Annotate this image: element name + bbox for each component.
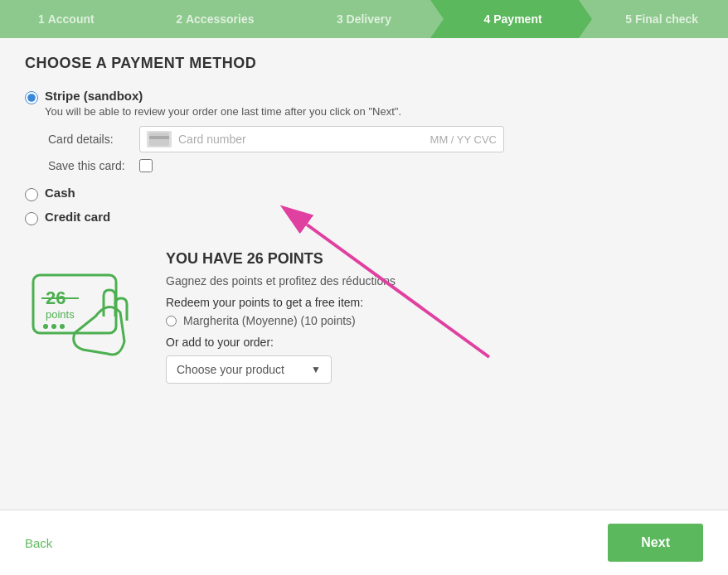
content-area: CHOOSE A PAYMENT METHOD Stripe (sandbox)… [0,38,728,535]
step-label: Payment [493,12,541,26]
svg-text:points: points [46,308,75,321]
points-title: YOU HAVE 26 POINTS [166,250,703,268]
stripe-label[interactable]: Stripe (sandbox) [45,89,143,103]
step-delivery[interactable]: 3 Delivery [281,0,430,38]
step-label: Final check [635,12,698,26]
creditcard-radio[interactable] [25,212,38,225]
svg-point-9 [60,324,65,329]
product-dropdown[interactable]: Choose your product ▼ [166,355,332,384]
step-number: 4 [484,12,491,26]
step-number: 5 [625,12,632,26]
points-section: 26 points YOU HAVE 26 POINTS Gagnez des … [25,250,703,384]
step-payment[interactable]: 4 Payment [430,0,580,38]
cash-radio[interactable] [25,188,38,201]
step-accessories[interactable]: 2 Accessories [133,0,282,38]
payment-option-stripe: Stripe (sandbox) You will be able to rev… [25,89,703,118]
back-link[interactable]: Back [25,536,52,550]
svg-rect-1 [149,136,169,139]
stripe-radio[interactable] [25,91,38,104]
step-number: 2 [176,12,182,26]
stripe-subtext: You will be able to review your order on… [45,105,401,118]
step-label: Delivery [347,12,391,26]
save-card-label: Save this card: [48,159,139,172]
chevron-down-icon: ▼ [311,364,321,375]
card-details-label: Card details: [48,133,139,146]
margherita-label[interactable]: Margherita (Moyenne) (10 points) [183,314,356,327]
product-dropdown-label: Choose your product [177,363,284,376]
card-input-area[interactable]: Card number MM / YY CVC [139,126,504,152]
next-button[interactable]: Next [608,524,703,562]
cash-label[interactable]: Cash [45,186,75,200]
margherita-radio[interactable] [166,316,177,326]
points-card-icon: 26 points [25,250,141,366]
svg-point-7 [43,324,48,329]
save-card-checkbox[interactable] [139,159,153,172]
save-card-row: Save this card: [48,159,703,172]
step-label: Accessories [186,12,255,26]
stepper: 1 Account 2 Accessories 3 Delivery 4 Pay… [0,0,728,38]
step-account[interactable]: 1 Account [0,0,133,38]
payment-methods: Stripe (sandbox) You will be able to rev… [25,89,703,225]
footer: Back Next [0,510,728,575]
step-label: Account [48,12,95,26]
card-mmyy-cvc: MM / YY CVC [430,133,497,146]
creditcard-label[interactable]: Credit card [45,210,110,224]
step-finalcheck[interactable]: 5 Final check [579,0,728,38]
payment-option-cash: Cash [25,186,703,201]
card-icon [147,131,172,147]
step-number: 3 [337,12,343,26]
card-details-row: Card details: Card number MM / YY CVC [48,126,703,152]
redeem-option: Margherita (Moyenne) (10 points) [166,314,703,327]
svg-point-8 [51,324,56,329]
step-number: 1 [38,12,45,26]
card-number-input[interactable]: Card number [178,133,430,146]
section-title: CHOOSE A PAYMENT METHOD [25,55,703,72]
points-redeem-label: Redeem your points to get a free item: [166,296,703,309]
add-order-label: Or add to your order: [166,336,703,349]
payment-option-creditcard: Credit card [25,210,703,225]
points-subtitle: Gagnez des points et profitez des réduct… [166,274,703,288]
points-info: YOU HAVE 26 POINTS Gagnez des points et … [166,250,703,384]
